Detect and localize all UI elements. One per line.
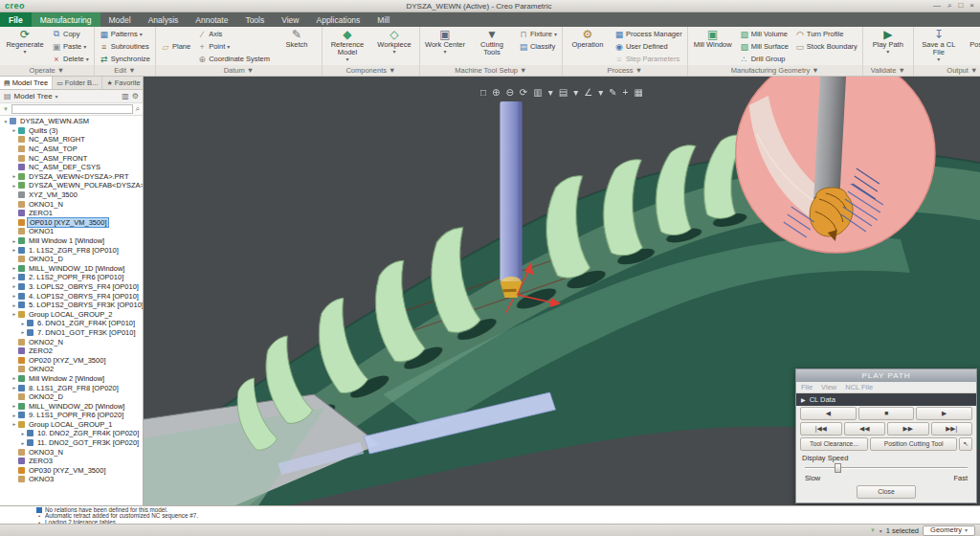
- play-path-button[interactable]: ▶Play Path▾: [866, 28, 910, 56]
- spin-center-icon[interactable]: +: [623, 87, 629, 99]
- expand-icon[interactable]: ▸: [11, 247, 18, 253]
- tree-item-2-l1s2-popr-fr6-op010[interactable]: ▸2. L1S2_POPR_FR6 [OP010]: [0, 273, 143, 282]
- sketch-button[interactable]: ✎Sketch: [275, 28, 319, 50]
- ribbon-tab-manufacturing[interactable]: Manufacturing: [32, 12, 100, 27]
- turn-profile-button[interactable]: ◠Turn Profile: [793, 28, 859, 40]
- tree-settings-icon[interactable]: ⚙: [132, 92, 139, 100]
- menu-ncl-file[interactable]: NCL File: [845, 383, 873, 391]
- graphics-area[interactable]: □⊕⊖⟳▥▾▤▾∠▾✎+▦ PLAY PATH FileViewNCL File…: [144, 77, 980, 505]
- point-button[interactable]: +Point▾: [195, 40, 272, 53]
- expand-icon[interactable]: ▸: [11, 183, 18, 189]
- expand-icon[interactable]: ▸: [11, 421, 18, 427]
- tree-item-nc-asm-front[interactable]: NC_ASM_FRONT: [0, 153, 143, 163]
- step-backward-button[interactable]: ◀◀: [844, 422, 886, 436]
- tree-item-xyz-vm-3500[interactable]: XYZ_VM_3500: [0, 190, 143, 200]
- tree-item-dysza-wewn-asm[interactable]: ▾DYSZA_WEWN.ASM: [0, 117, 143, 126]
- panel-tab-folder-b[interactable]: ▭Folder B...: [53, 77, 102, 89]
- group-label-validate[interactable]: Validate ▼: [863, 65, 913, 76]
- expand-icon[interactable]: ▸: [11, 302, 18, 308]
- group-label-machine-tool-setup[interactable]: Machine Tool Setup ▼: [420, 65, 562, 76]
- tree-item-4-lop1s2-obrys-fr4-op010[interactable]: ▸4. LOP1S2_OBRYS_FR4 [OP010]: [0, 291, 143, 301]
- tree-item-7-dno1-got-fr3k-op010[interactable]: ▸7. DNO1_GOT_FR3K [OP010]: [0, 328, 143, 338]
- tree-item-mill-window-2-window[interactable]: ▸Mill Window 2 [Window]: [0, 374, 143, 384]
- ribbon-tab-mill[interactable]: Mill: [368, 12, 398, 27]
- play-forward-button[interactable]: ▶: [916, 407, 972, 420]
- workpiece-button[interactable]: ◇Workpiece▾: [372, 28, 416, 56]
- operation-button[interactable]: ⚙Operation: [566, 28, 610, 50]
- ribbon-tab-annotate[interactable]: Annotate: [187, 12, 236, 27]
- expand-icon[interactable]: ▸: [11, 283, 18, 289]
- display-speed-slider[interactable]: [805, 462, 968, 474]
- saved-orientations-icon[interactable]: ▤: [559, 87, 568, 99]
- delete-button[interactable]: ×Delete▾: [50, 53, 91, 65]
- tree-item-okno3-n[interactable]: OKNO3_N: [0, 447, 143, 457]
- position-pick-button[interactable]: ↖: [959, 437, 972, 451]
- cutting-tools-button[interactable]: ▼Cutting Tools: [470, 28, 514, 57]
- tree-item-mill-window-1-window[interactable]: ▸Mill Window 1 [Window]: [0, 236, 143, 246]
- stop-button[interactable]: ■: [858, 407, 915, 420]
- expand-icon[interactable]: ▸: [11, 293, 18, 299]
- tree-item-zero2[interactable]: ZERO2: [0, 346, 143, 356]
- menu-view[interactable]: View: [821, 383, 836, 391]
- saved-orientations-caret-icon[interactable]: ▾: [573, 87, 578, 99]
- tree-item-nc-asm-top[interactable]: NC_ASM_TOP: [0, 145, 143, 154]
- tool-clearance-button[interactable]: Tool Clearance...: [800, 437, 868, 451]
- position-cutting-tool-button[interactable]: Position Cutting Tool: [870, 437, 957, 451]
- tree-item-op030-xyz-vm-3500[interactable]: OP030 [XYZ_VM_3500]: [0, 466, 143, 476]
- selection-filter-dropdown[interactable]: Geometry ▾: [923, 525, 975, 536]
- ribbon-tab-analysis[interactable]: Analysis: [140, 12, 188, 27]
- expand-icon[interactable]: ▸: [11, 265, 18, 271]
- coordinate-system-button[interactable]: ⊕Coordinate System: [195, 53, 272, 65]
- tree-item-dysza-wewn-dysza-prt[interactable]: ▸DYSZA_WEWN<DYSZA>.PRT: [0, 172, 143, 182]
- expand-icon[interactable]: ▸: [19, 321, 27, 326]
- tree-item-nc-asm-right[interactable]: NC_ASM_RIGHT: [0, 135, 143, 145]
- expand-icon[interactable]: ▸: [11, 403, 18, 409]
- refit-icon[interactable]: □: [480, 87, 486, 99]
- tree-item-op010-xyz-vm-3500[interactable]: OP010 [XYZ_VM_3500]: [0, 218, 143, 228]
- expand-icon[interactable]: ▸: [19, 440, 27, 446]
- tree-item-11-dno2-got-fr3k-op020[interactable]: ▸11. DNO2_GOT_FR3K [OP020]: [0, 438, 143, 448]
- tree-item-dysza-wewn-polfab-dysza-prt[interactable]: ▸DYSZA_WEWN_POLFAB<DYSZA>.PRT: [0, 181, 143, 190]
- tree-item-okno2-n[interactable]: OKNO2_N: [0, 337, 143, 346]
- ribbon-tab-model[interactable]: Model: [100, 12, 140, 27]
- play-backward-button[interactable]: ◀: [800, 407, 857, 420]
- group-label-components[interactable]: Components ▼: [323, 65, 419, 76]
- classify-button[interactable]: ▤Classify: [517, 40, 559, 53]
- tree-item-zero3[interactable]: ZERO3: [0, 457, 143, 466]
- display-style-caret-icon[interactable]: ▾: [548, 87, 553, 99]
- restore-icon[interactable]: □: [958, 1, 963, 11]
- tree-item-8-l1s1-zgr-fr8-op020[interactable]: ▸8. L1S1_ZGR_FR8 [OP020]: [0, 383, 143, 392]
- datum-display-caret-icon[interactable]: ▾: [598, 87, 603, 99]
- mill-window-button[interactable]: ▣Mill Window: [691, 28, 735, 50]
- ribbon-tab-applications[interactable]: Applications: [308, 12, 369, 27]
- group-label-operate[interactable]: Operate ▼: [0, 65, 94, 76]
- view-manager-icon[interactable]: ▦: [634, 87, 642, 99]
- group-label-edit[interactable]: Edit ▼: [95, 65, 155, 76]
- tree-item-mill-window-2d-window[interactable]: ▸MILL_WINDOW_2D [Window]: [0, 401, 143, 411]
- paste-button[interactable]: ▣Paste▾: [50, 40, 91, 53]
- ribbon-tab-file[interactable]: File: [0, 12, 32, 27]
- tree-item-group-local-group-1[interactable]: ▸Group LOCAL_GROUP_1: [0, 420, 143, 430]
- tree-item-3-lopls2-obrys-fr4-op010[interactable]: ▸3. LOPLS2_OBRYS_FR4 [OP010]: [0, 282, 143, 292]
- user-defined-button[interactable]: ◉User Defined: [612, 40, 684, 53]
- expand-icon[interactable]: ▸: [11, 173, 18, 179]
- tree-item-okno2[interactable]: OKNO2: [0, 365, 143, 374]
- annotation-display-icon[interactable]: ✎: [609, 87, 616, 99]
- close-icon[interactable]: ×: [969, 1, 974, 11]
- tree-item-6-dno1-zgr-fr4k-op010[interactable]: ▸6. DNO1_ZGR_FR4K [OP010]: [0, 319, 143, 328]
- slider-handle[interactable]: [835, 463, 841, 473]
- stock-boundary-button[interactable]: ▭Stock Boundary: [793, 40, 859, 53]
- expand-icon[interactable]: ▸: [11, 311, 18, 317]
- save-cl-file-button[interactable]: ↧Save a CL File▾: [917, 28, 961, 63]
- datum-display-icon[interactable]: ∠: [584, 87, 592, 99]
- group-label-datum[interactable]: Datum ▼: [156, 65, 322, 76]
- filter-funnel-icon[interactable]: ▼: [3, 106, 9, 112]
- tree-filters-icon[interactable]: ▥: [122, 92, 129, 100]
- group-label-process[interactable]: Process ▼: [563, 65, 687, 76]
- tree-item-op020-xyz-vm-3500[interactable]: OP020 [XYZ_VM_3500]: [0, 355, 143, 365]
- minimize-icon[interactable]: —: [933, 1, 941, 11]
- play-path-dialog-titlebar[interactable]: PLAY PATH: [796, 369, 976, 382]
- tree-item-5-lop1s2-obrys-fr3k-op010[interactable]: ▸5. LOP1S2_OBRYS_FR3K [OP010]: [0, 301, 143, 310]
- message-log[interactable]: No relations have been defined for this …: [0, 505, 980, 524]
- go-to-start-button[interactable]: |◀◀: [800, 422, 842, 436]
